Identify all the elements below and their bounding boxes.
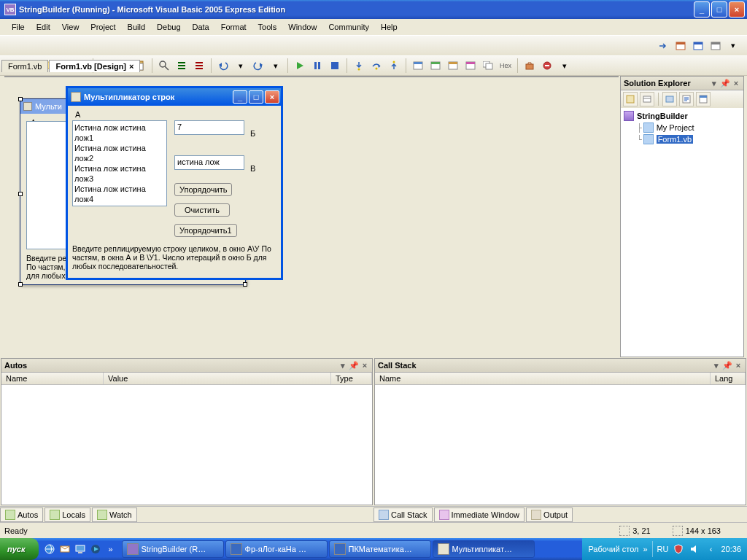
redo-dd-icon[interactable]: ▾ (268, 58, 284, 74)
runtime-close-button[interactable]: × (265, 90, 279, 104)
win5-icon[interactable] (480, 58, 496, 74)
menu-debug[interactable]: Debug (151, 21, 186, 33)
ql-chevron-icon[interactable]: » (104, 542, 117, 556)
autos-close-icon[interactable]: × (360, 361, 369, 370)
ql-desktop-icon[interactable] (74, 542, 87, 556)
designer-listbox[interactable] (26, 121, 69, 249)
minimize-button[interactable]: _ (694, 1, 710, 18)
stop-icon[interactable] (327, 58, 343, 74)
redo-icon[interactable] (250, 58, 266, 74)
start-icon[interactable] (292, 58, 308, 74)
cs-pin-icon[interactable]: 📌 (723, 361, 732, 370)
cs-dd-icon[interactable]: ▾ (712, 361, 721, 370)
tab-immediate[interactable]: Immediate Window (434, 508, 525, 522)
ql-ie-icon[interactable] (43, 542, 56, 556)
start-button[interactable]: пуск (0, 538, 39, 560)
runtime-titlebar[interactable]: Мультипликатор строк _ □ × (68, 88, 281, 106)
tree-form1[interactable]: └Form1.vb (624, 134, 740, 144)
task-runtime[interactable]: Мультипликат… (433, 540, 535, 558)
list-item[interactable]: Истина лож истина лож5 (74, 204, 165, 206)
pause-icon[interactable] (309, 58, 325, 74)
clear-button[interactable]: Очистить (174, 203, 230, 217)
menu-file[interactable]: File (6, 21, 31, 33)
stepout-icon[interactable] (386, 58, 402, 74)
list-item[interactable]: Истина лож истина лож1 (74, 122, 165, 143)
tb-form-icon[interactable] (673, 38, 689, 54)
tab-close-icon[interactable]: × (129, 62, 133, 71)
tree-myproject[interactable]: ├My Project (624, 122, 740, 133)
solex-tree[interactable]: StringBuilder ├My Project └Form1.vb (621, 108, 743, 357)
stop2-icon[interactable] (539, 58, 555, 74)
menu-window[interactable]: Window (282, 21, 322, 33)
maximize-button[interactable]: □ (711, 1, 727, 18)
tab-output[interactable]: Output (526, 508, 573, 522)
win2-icon[interactable] (427, 58, 444, 74)
menu-build[interactable]: Build (122, 21, 151, 33)
list-item[interactable]: Истина лож истина лож2 (74, 143, 165, 163)
list-item[interactable]: Истина лож истина лож4 (74, 184, 165, 204)
undo-icon[interactable] (215, 58, 231, 74)
menu-view[interactable]: View (56, 21, 85, 33)
sort1-button[interactable]: Упорядочить1 (174, 224, 237, 237)
undo-dd-icon[interactable]: ▾ (233, 58, 249, 74)
tab-autos[interactable]: Autos (0, 508, 43, 522)
tab-locals[interactable]: Locals (44, 508, 90, 522)
runtime-window[interactable]: Мультипликатор строк _ □ × A Истина лож … (66, 86, 283, 280)
tab-callstack[interactable]: Call Stack (374, 508, 433, 522)
autos-content[interactable] (1, 385, 372, 505)
menu-community[interactable]: Community (322, 21, 375, 33)
find-icon[interactable] (156, 58, 172, 74)
menu-help[interactable]: Help (375, 21, 403, 33)
tb-arrow-icon[interactable] (655, 38, 671, 54)
col-type[interactable]: Type (331, 373, 372, 384)
solex-prop-icon[interactable] (623, 92, 638, 106)
tray-desktop-label[interactable]: Рабочий стол (588, 545, 638, 553)
callstack-content[interactable] (375, 385, 746, 505)
hex-icon[interactable]: Hex (498, 58, 514, 74)
close-button[interactable]: × (729, 1, 745, 18)
cs-col-lang[interactable]: Lang (711, 373, 746, 384)
tb-dropdown-icon[interactable]: ▾ (725, 38, 741, 54)
solex-design-icon[interactable] (696, 92, 711, 106)
listbox-a[interactable]: Истина лож истина лож1 Истина лож истина… (72, 120, 167, 206)
sort-button[interactable]: Упорядочить (174, 183, 232, 196)
solex-close-icon[interactable]: × (732, 79, 740, 88)
solex-dropdown-icon[interactable]: ▾ (710, 79, 719, 88)
cs-close-icon[interactable]: × (734, 361, 743, 370)
designer-surface[interactable]: Мульти A Введите реПо частям,для любых п… (4, 76, 619, 77)
tree-root[interactable]: StringBuilder (624, 111, 740, 121)
tab-form1-design[interactable]: Form1.vb [Design]× (49, 60, 140, 72)
runtime-maximize-button[interactable]: □ (249, 90, 263, 104)
tray-vol-icon[interactable] (689, 543, 700, 555)
list-item[interactable]: Истина лож истина лож3 (74, 163, 165, 184)
tab-form1-vb[interactable]: Form1.vb (1, 60, 48, 72)
tray-lang[interactable]: RU (657, 545, 669, 553)
col-value[interactable]: Value (104, 373, 331, 384)
solex-code-icon[interactable] (679, 92, 694, 106)
win1-icon[interactable] (410, 58, 426, 74)
autos-dd-icon[interactable]: ▾ (338, 361, 347, 370)
tray-clock[interactable]: 20:36 (721, 545, 741, 553)
comment-icon[interactable] (174, 58, 190, 74)
menu-format[interactable]: Format (215, 21, 252, 33)
autos-pin-icon[interactable]: 📌 (349, 361, 358, 370)
solex-showall-icon[interactable] (640, 92, 654, 106)
tray-expand-icon[interactable]: ‹ (705, 543, 716, 555)
uncomment-icon[interactable] (191, 58, 207, 74)
stepinto-icon[interactable] (351, 58, 367, 74)
menu-edit[interactable]: Edit (31, 21, 56, 33)
toolbox-icon[interactable] (522, 58, 538, 74)
stepover-icon[interactable] (368, 58, 384, 74)
pin-icon[interactable]: 📌 (721, 79, 729, 88)
menu-data[interactable]: Data (187, 21, 215, 33)
task-word1[interactable]: Фр-яЛог-каНа … (225, 540, 328, 558)
menu-project[interactable]: Project (85, 21, 121, 33)
overflow-icon[interactable]: ▾ (557, 58, 573, 74)
ql-mail-icon[interactable] (58, 542, 71, 556)
win3-icon[interactable] (445, 58, 461, 74)
cs-col-name[interactable]: Name (375, 373, 711, 384)
runtime-minimize-button[interactable]: _ (233, 90, 247, 104)
col-name[interactable]: Name (1, 373, 104, 384)
task-word2[interactable]: ПКМатематика… (329, 540, 431, 558)
tray-chevron-icon[interactable]: » (643, 545, 647, 553)
